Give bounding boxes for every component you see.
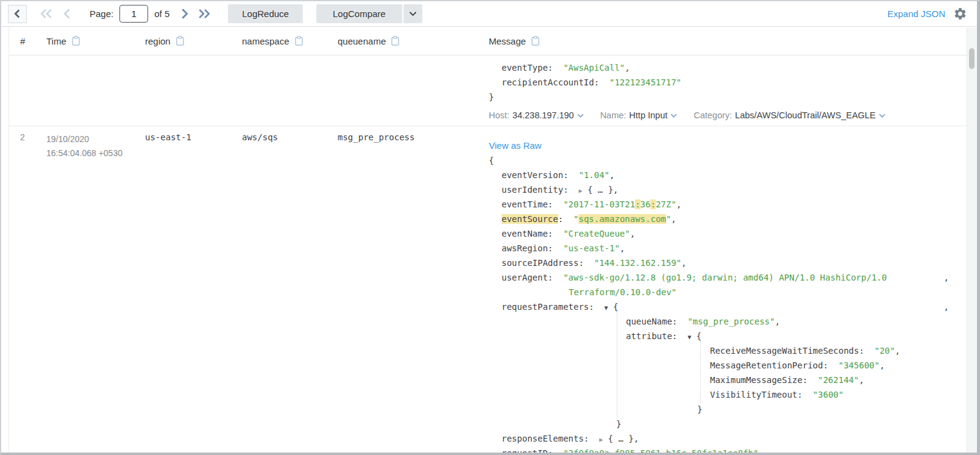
json-segment: requestID [502, 448, 548, 453]
json-line: Terraform/0.10.0-dev" [489, 285, 949, 299]
json-line: } [489, 90, 949, 104]
scrollbar-thumb[interactable] [969, 48, 975, 69]
json-segment: "345600" [839, 360, 879, 370]
json-segment: MessageRetentionPeriod [710, 360, 823, 370]
json-segment: : [859, 346, 874, 356]
copy-column-icon[interactable] [391, 36, 399, 46]
name-dropdown[interactable]: Name:Http Input [600, 108, 678, 123]
json-segment: , [681, 258, 686, 268]
json-line: recipientAccountId: "122123451717" [489, 75, 949, 90]
time-cell [46, 56, 145, 126]
json-segment: { [608, 302, 619, 312]
json-segment: : [823, 360, 838, 370]
meta-label: Name: [600, 108, 627, 123]
json-segment: : [584, 434, 599, 443]
json-segment: , [895, 346, 900, 356]
host-dropdown[interactable]: Host:34.238.197.190 [489, 108, 584, 123]
json-segment: , [944, 299, 949, 314]
row-number: 2 [20, 126, 46, 453]
json-segment: "aws-sdk-go/1.12.8 (go1.9; darwin; amd64… [563, 273, 887, 282]
json-segment: , [879, 360, 884, 370]
first-page-button[interactable] [40, 9, 53, 19]
json-indent-guide [617, 311, 617, 417]
json-segment: : [548, 229, 563, 238]
namespace-cell: aws/sqs [242, 126, 338, 453]
settings-gear-icon[interactable] [953, 7, 967, 21]
json-line: MaximumMessageSize: "262144", [489, 373, 949, 387]
json-segment: "3f0f0a8a-f985-5061-b16c-58fc1a1ee8fb" [563, 448, 758, 453]
row-number [20, 56, 46, 126]
column-header-time: Time [46, 36, 145, 46]
column-header-namespace: namespace [242, 36, 338, 46]
json-segment: " [666, 214, 671, 224]
column-header-region: region [145, 36, 242, 46]
table-header: #TimeregionnamespacequeuenameMessage [9, 27, 977, 56]
json-segment: , [676, 199, 681, 209]
copy-column-icon[interactable] [176, 36, 184, 46]
next-page-button[interactable] [181, 9, 188, 19]
logcompare-dropdown-button[interactable] [403, 4, 422, 23]
json-segment: : [563, 170, 578, 180]
meta-label: Host: [489, 108, 510, 123]
meta-label: Category: [694, 108, 732, 123]
chevron-down-icon [577, 113, 584, 118]
message-cell: View as Raw{eventVersion: "1.04",userIde… [489, 126, 977, 453]
json-segment: sourceIPAddress [502, 258, 578, 268]
view-as-raw-link[interactable]: View as Raw [489, 138, 949, 153]
category-dropdown[interactable]: Category:Labs/AWS/CloudTrail/AWS_EAGLE [694, 108, 885, 123]
double-chevron-left-icon [40, 9, 53, 19]
json-segment: : [578, 258, 594, 268]
column-header-label: region [145, 36, 171, 46]
vertical-scrollbar[interactable] [967, 28, 977, 453]
json-segment: "msg_pre_process" [687, 317, 775, 326]
last-page-button[interactable] [197, 9, 211, 19]
json-segment: eventType [502, 63, 548, 73]
prev-page-button[interactable] [63, 9, 71, 19]
json-segment: "262144" [818, 375, 859, 385]
column-header-label: Message [489, 36, 526, 46]
expand-json-link[interactable]: Expand JSON [887, 9, 945, 19]
column-header-queuename: queuename [338, 36, 489, 46]
chevron-down-icon [670, 113, 677, 118]
json-segment: , [671, 214, 676, 224]
json-segment: "AwsApiCall" [563, 63, 625, 73]
json-segment: userIdentity [502, 185, 563, 195]
json-line: } [489, 402, 949, 417]
json-segment: : [563, 185, 578, 195]
json-segment: ReceiveMessageWaitTimeSeconds [710, 346, 859, 356]
chevron-down-icon [409, 12, 417, 16]
json-segment: , [859, 375, 864, 385]
json-line: MessageRetentionPeriod: "345600", [489, 358, 949, 373]
meta-value: Http Input [629, 108, 667, 123]
page-input[interactable] [119, 5, 148, 23]
column-header-label: queuename [338, 36, 386, 46]
logreduce-button[interactable]: LogReduce [228, 4, 303, 23]
json-line: eventSource: "sqs.amazonaws.com", [489, 212, 949, 226]
json-segment: : [803, 375, 818, 385]
json-segment: : [594, 77, 609, 87]
json-line: requestParameters: ▼ {, [489, 299, 949, 314]
column-header-message: Message [489, 36, 977, 46]
copy-column-icon[interactable] [72, 36, 80, 46]
meta-value: 34.238.197.190 [513, 108, 574, 123]
copy-column-icon[interactable] [531, 36, 539, 46]
json-segment: eventSource [502, 214, 558, 224]
meta-value: Labs/AWS/CloudTrail/AWS_EAGLE [735, 108, 875, 123]
json-segment: : [797, 390, 812, 399]
pagination-toolbar: Page: of 5 LogReduce LogCompare Expand J… [1, 1, 977, 27]
logcompare-button[interactable]: LogCompare [316, 4, 402, 23]
json-segment: awsRegion [502, 243, 548, 253]
json-line: eventName: "CreateQueue", [489, 226, 949, 241]
chevron-left-icon [63, 9, 71, 19]
copy-column-icon[interactable] [295, 36, 303, 46]
table-row: 219/10/202016:54:04.068 +0530us-east-1aw… [9, 126, 977, 453]
json-segment: attribute [626, 331, 672, 341]
json-segment: "3600" [813, 390, 844, 399]
back-button[interactable] [8, 5, 27, 23]
json-segment: queueName [626, 317, 672, 326]
json-line: } [489, 417, 949, 431]
json-segment: "us-east-1" [563, 243, 620, 253]
json-segment: : [558, 214, 573, 224]
json-segment: "144.132.162.159" [594, 258, 681, 268]
json-segment: , [620, 243, 625, 253]
